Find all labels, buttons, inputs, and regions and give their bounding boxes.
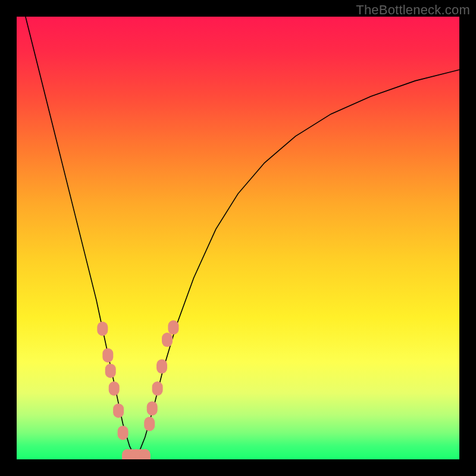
chart-marker: [168, 320, 178, 334]
chart-marker: [156, 359, 167, 374]
marker-layer: [97, 320, 178, 459]
chart-marker: [97, 322, 108, 336]
chart-marker: [118, 425, 129, 440]
chart-marker: [144, 417, 155, 431]
chart-marker: [147, 401, 158, 415]
chart-marker: [113, 403, 124, 418]
chart-marker: [162, 333, 173, 347]
chart-marker: [105, 364, 116, 378]
plot-svg: [17, 17, 459, 459]
chart-curve: [26, 17, 136, 459]
plot-frame: [17, 17, 459, 459]
chart-curve: [136, 70, 459, 459]
chart-marker: [152, 381, 163, 396]
watermark-text: TheBottleneck.com: [356, 2, 470, 18]
chart-marker: [140, 449, 151, 459]
chart-marker: [109, 381, 120, 396]
chart-marker: [102, 348, 113, 362]
curve-layer: [26, 17, 459, 459]
